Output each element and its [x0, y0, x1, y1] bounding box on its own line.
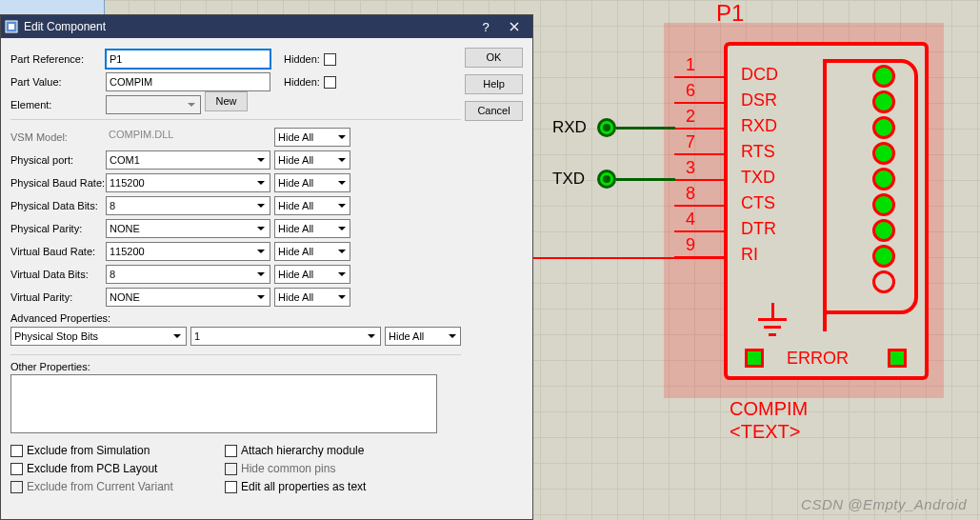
part-value-label: Part Value: [10, 76, 106, 88]
new-button[interactable]: New [205, 91, 248, 111]
physical-baud-label: Physical Baud Rate: [10, 177, 106, 189]
physical-bits-select[interactable]: 8 [106, 196, 270, 215]
net-label-rxd: RXD [552, 118, 587, 137]
physical-bits-visibility[interactable]: Hide All [274, 196, 350, 215]
app-icon [5, 20, 18, 33]
dialog-titlebar[interactable]: Edit Component ? [1, 15, 532, 38]
physical-port-select[interactable]: COM1 [106, 150, 270, 170]
advanced-properties-label: Advanced Properties: [10, 312, 461, 324]
error-text: ERROR [787, 349, 849, 369]
physical-port-label: Physical port: [10, 154, 106, 166]
adv-prop-visibility[interactable]: Hide All [385, 327, 461, 346]
vsm-visibility-select[interactable]: Hide All [274, 128, 350, 147]
hide-pins-checkbox [225, 463, 237, 475]
net-terminal-txd [597, 170, 616, 189]
virtual-bits-select[interactable]: 8 [106, 265, 270, 284]
square-pad-right [888, 349, 907, 368]
element-select [106, 95, 201, 114]
pin-pad [872, 168, 895, 190]
exclude-variant-label: Exclude from Current Variant [27, 480, 173, 493]
virtual-parity-select[interactable]: NONE [106, 288, 270, 307]
part-value-input[interactable] [106, 72, 270, 91]
virtual-parity-visibility[interactable]: Hide All [274, 288, 350, 307]
pin-pad [872, 65, 895, 88]
hidden-label-2: Hidden: [284, 76, 320, 88]
virtual-bits-visibility[interactable]: Hide All [274, 265, 350, 284]
physical-parity-select[interactable]: NONE [106, 219, 270, 238]
vsm-model-value: COMPIM.DLL [106, 129, 270, 146]
square-pad-left [745, 349, 764, 368]
virtual-parity-label: Virtual Parity: [10, 291, 106, 303]
virtual-bits-label: Virtual Data Bits: [10, 269, 106, 280]
pin-pad [872, 193, 895, 216]
physical-parity-visibility[interactable]: Hide All [274, 219, 350, 238]
component-placeholder-text: <TEXT> [730, 421, 800, 443]
cancel-button[interactable]: Cancel [465, 101, 523, 121]
virtual-baud-visibility[interactable]: Hide All [274, 242, 350, 261]
ok-button[interactable]: OK [465, 48, 523, 68]
attach-hierarchy-label: Attach hierarchy module [241, 444, 364, 457]
close-button[interactable] [500, 16, 529, 37]
exclude-pcb-label: Exclude from PCB Layout [27, 462, 157, 475]
pin-pad-open [872, 270, 895, 293]
exclude-variant-checkbox [10, 481, 23, 493]
physical-parity-label: Physical Parity: [10, 223, 106, 234]
pin-pad [872, 219, 895, 242]
net-label-txd: TXD [552, 170, 585, 189]
net-wire-rxd [616, 127, 675, 130]
component-value-text: COMPIM [730, 398, 808, 420]
adv-prop-name-select[interactable]: Physical Stop Bits [10, 327, 187, 346]
help-button[interactable]: ? [471, 16, 500, 37]
pin-pad [872, 116, 895, 139]
exclude-simulation-label: Exclude from Simulation [27, 444, 150, 457]
net-terminal-rxd [597, 118, 616, 137]
physical-port-visibility[interactable]: Hide All [274, 150, 350, 170]
virtual-baud-select[interactable]: 115200 [106, 242, 270, 261]
net-wire-txd [616, 178, 675, 181]
watermark: CSDN @Empty_Android [801, 496, 967, 512]
physical-baud-visibility[interactable]: Hide All [274, 173, 350, 192]
edit-all-text-checkbox[interactable] [225, 481, 237, 493]
dialog-title: Edit Component [24, 20, 471, 33]
svg-rect-1 [9, 24, 14, 30]
adv-prop-value-select[interactable]: 1 [190, 327, 381, 346]
attach-hierarchy-checkbox[interactable] [225, 445, 237, 457]
virtual-baud-label: Virtual Baud Rate: [10, 246, 106, 257]
edit-component-dialog: Edit Component ? Part Reference: Hidden:… [0, 14, 533, 520]
edit-all-text-label: Edit all properties as text [241, 480, 366, 493]
pin-pad [872, 142, 895, 165]
pin-pad [872, 90, 895, 113]
element-label: Element: [10, 99, 106, 110]
other-properties-label: Other Properties: [10, 361, 461, 372]
help-dialog-button[interactable]: Help [465, 74, 523, 94]
vsm-model-label: VSM Model: [10, 131, 106, 143]
exclude-pcb-checkbox[interactable] [10, 463, 23, 475]
part-reference-input[interactable] [106, 50, 270, 69]
other-properties-textarea[interactable] [10, 374, 437, 433]
pin-pad [872, 245, 895, 268]
hidden-checkbox-2[interactable] [324, 76, 336, 89]
exclude-simulation-checkbox[interactable] [10, 445, 23, 457]
hidden-checkbox-1[interactable] [324, 53, 336, 66]
hidden-label-1: Hidden: [284, 53, 320, 65]
hide-pins-label: Hide common pins [241, 462, 335, 475]
physical-baud-select[interactable]: 115200 [106, 173, 270, 192]
physical-bits-label: Physical Data Bits: [10, 200, 106, 211]
part-reference-label: Part Reference: [10, 53, 106, 65]
